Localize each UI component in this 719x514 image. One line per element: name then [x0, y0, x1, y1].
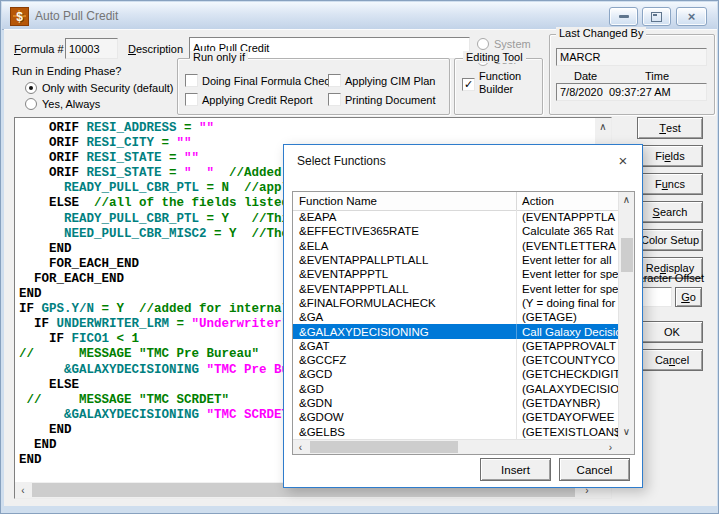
system-radio-label: System [494, 38, 531, 50]
title-bar[interactable]: $ Auto Pull Credit × [2, 2, 717, 30]
function-name-column-header[interactable]: Function Name [293, 192, 517, 210]
code-line: IF FICO1 < 1 [19, 332, 304, 347]
yes-always-radio[interactable] [25, 98, 37, 110]
code-line: // MESSAGE "TMC SCRDET" [19, 393, 304, 408]
function-name-cell: &GDOW [293, 411, 516, 423]
list-hscroll-thumb[interactable] [310, 441, 458, 453]
ok-button[interactable]: OK [641, 321, 703, 343]
function-row[interactable]: &FINALFORMULACHECK(Y = doing final for [293, 296, 618, 310]
function-action-cell: (GETAGE) [516, 310, 618, 324]
list-hscrollbar[interactable]: ‹ › [293, 439, 618, 454]
list-vscrollbar[interactable]: ∧ ∨ [618, 192, 634, 439]
code-line: END [19, 287, 304, 302]
go-button[interactable]: Go [675, 287, 702, 307]
doing-final-formula-check-label: Doing Final Formula Check [202, 75, 335, 87]
code-text: ORIF RESI_ADDRESS = "" ORIF RESI_CITY = … [19, 121, 304, 468]
function-builder-label: Function Builder [479, 70, 537, 96]
function-row[interactable]: &GA(GETAGE) [293, 310, 618, 324]
only-with-security-radio[interactable] [25, 82, 37, 94]
scroll-corner [618, 439, 634, 454]
code-line: ORIF RESI_CITY = "" [19, 136, 304, 151]
function-action-cell: Call Galaxy Decisio [516, 324, 618, 338]
function-name-cell: &EVENTAPPPTL [293, 268, 516, 280]
function-row[interactable]: &EVENTAPPALLPTLALLEvent letter for all [293, 253, 618, 267]
function-action-cell: (GETDAYOFWEE [516, 410, 618, 424]
select-functions-dialog: Select Functions × Function Name Action … [283, 144, 643, 488]
scroll-left-icon[interactable]: ‹ [15, 482, 31, 498]
insert-button[interactable]: Insert [480, 458, 551, 481]
popup-title: Select Functions [297, 154, 386, 168]
code-line: NEED_PULL_CBR_MISC2 = Y //The [19, 227, 304, 242]
function-row[interactable]: &ELA(EVENTLETTERA [293, 239, 618, 253]
function-list[interactable]: Function Name Action &EAPA(EVENTAPPPTLA&… [292, 191, 635, 455]
scroll-right-icon[interactable]: › [603, 440, 618, 454]
system-radio [477, 38, 489, 50]
function-action-cell: (GETEXISTLOAN$ [516, 424, 618, 438]
function-row[interactable]: &GDN(GETDAYNBR) [293, 396, 618, 410]
popup-close-button[interactable]: × [609, 149, 637, 171]
function-name-cell: &GALAXYDECISIONING [293, 326, 516, 338]
function-row[interactable]: &EFFECTIVE365RATECalculate 365 Rat [293, 224, 618, 238]
scroll-up-icon[interactable]: ∧ [619, 192, 634, 207]
applying-credit-report-label: Applying Credit Report [202, 94, 313, 106]
popup-title-bar[interactable]: Select Functions × [284, 145, 642, 175]
close-icon: × [688, 10, 696, 23]
app-dollar-icon: $ [10, 7, 29, 26]
function-action-cell: (GETCOUNTYCO [516, 353, 618, 367]
maximize-button[interactable] [642, 7, 671, 26]
fields-button[interactable]: Fields [637, 145, 703, 167]
scroll-down-icon[interactable]: ∨ [619, 424, 634, 439]
run-only-if-title: Run only if [190, 51, 248, 63]
function-action-cell: (EVENTAPPPTLA [516, 210, 618, 224]
function-name-cell: &GAT [293, 340, 516, 352]
action-column-header[interactable]: Action [517, 192, 634, 210]
code-line: END [19, 242, 304, 257]
function-row[interactable]: &GD(GALAXYDECISIO [293, 382, 618, 396]
function-row[interactable]: &GDOW(GETDAYOFWEE [293, 410, 618, 424]
function-row[interactable]: &GELBS(GETEXISTLOAN$ [293, 424, 618, 438]
applying-credit-report-checkbox[interactable] [185, 93, 198, 106]
function-action-cell: Calculate 365 Rat [516, 224, 618, 238]
code-line: IF UNDERWRITER_LRM = "Underwriter" [19, 317, 304, 332]
printing-document-checkbox[interactable] [328, 93, 341, 106]
doing-final-formula-check-checkbox[interactable] [185, 74, 198, 87]
code-line: &GALAXYDECISIONING "TMC SCRDET" [19, 408, 304, 423]
scroll-up-icon[interactable]: ∧ [595, 118, 611, 134]
main-cancel-button[interactable]: Cancel [641, 349, 703, 371]
test-button[interactable]: Test [637, 117, 703, 139]
close-button[interactable]: × [676, 7, 707, 26]
code-line: FOR_EACH_END [19, 257, 304, 272]
function-row[interactable]: &GCD(GETCHECKDIGIT [293, 367, 618, 381]
function-list-rows: &EAPA(EVENTAPPPTLA&EFFECTIVE365RATECalcu… [293, 210, 618, 439]
time-label: Time [645, 70, 669, 82]
function-action-cell: Event letter for spe [516, 281, 618, 295]
function-name-cell: &EVENTAPPPTLALL [293, 283, 516, 295]
code-line: ELSE //all of the fields listed [19, 196, 304, 211]
function-row[interactable]: &EVENTAPPPTLALLEvent letter for spe [293, 281, 618, 295]
function-action-cell: (GETCHECKDIGIT [516, 367, 618, 381]
applying-cim-plan-checkbox[interactable] [328, 74, 341, 87]
code-line: FOR_EACH_END [19, 272, 304, 287]
minimize-button[interactable] [609, 7, 638, 26]
applying-cim-plan-label: Applying CIM Plan [345, 75, 436, 87]
popup-cancel-button[interactable]: Cancel [559, 458, 630, 481]
function-row[interactable]: &GALAXYDECISIONINGCall Galaxy Decisio [293, 324, 618, 338]
function-row[interactable]: &GCCFZ(GETCOUNTYCO [293, 353, 618, 367]
search-button[interactable]: Search [637, 201, 703, 223]
code-line: // MESSAGE "TMC Pre Bureau" [19, 347, 304, 362]
color-setup-button[interactable]: Color Setup [637, 229, 703, 251]
function-name-cell: &GD [293, 383, 516, 395]
function-row[interactable]: &GAT(GETAPPROVALT [293, 339, 618, 353]
scroll-left-icon[interactable]: ‹ [293, 440, 308, 454]
function-name-cell: &GELBS [293, 426, 516, 438]
formula-input[interactable]: 10003 [65, 38, 118, 59]
function-builder-checkbox[interactable]: ✓ [462, 78, 475, 91]
funcs-button[interactable]: Funcs [637, 173, 703, 195]
function-action-cell: (GALAXYDECISIO [516, 382, 618, 396]
function-row[interactable]: &EVENTAPPPTLEvent letter for spe [293, 267, 618, 281]
list-vscroll-thumb[interactable] [621, 238, 633, 272]
function-row[interactable]: &EAPA(EVENTAPPPTLA [293, 210, 618, 224]
check-icon: ✓ [464, 79, 473, 90]
window-title: Auto Pull Credit [35, 9, 118, 23]
code-line: ORIF RESI_STATE = " " //Added [19, 166, 304, 181]
